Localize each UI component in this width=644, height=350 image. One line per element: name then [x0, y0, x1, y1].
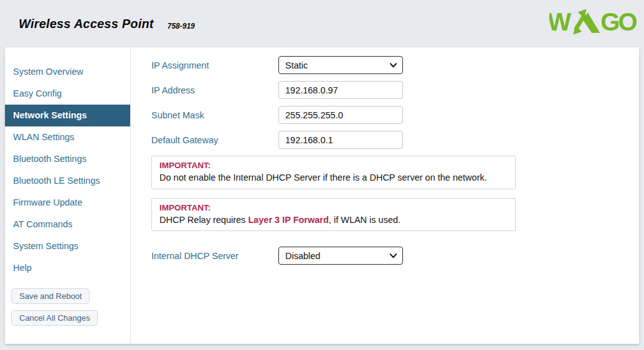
ip-assignment-value: Static	[285, 60, 308, 70]
subnet-mask-row: Subnet Mask	[151, 106, 639, 124]
page: Wireless Access Point 758-919 W GO Syste…	[0, 0, 644, 350]
wago-logo-icon: W GO	[549, 7, 637, 36]
svg-text:GO: GO	[600, 8, 637, 36]
internal-dhcp-server-value: Disabled	[285, 251, 320, 261]
model-number: 758-919	[168, 22, 195, 31]
notice-text-highlight: Layer 3 IP Forward	[248, 215, 328, 225]
ip-assignment-label: IP Assignment	[151, 60, 278, 70]
sidebar-item-wlan-settings[interactable]: WLAN Settings	[5, 126, 130, 148]
ip-address-input[interactable]	[278, 81, 403, 99]
sidebar-item-system-settings[interactable]: System Settings	[5, 235, 130, 257]
sidebar-buttons: Save and Reboot Cancel All Changes	[11, 288, 130, 326]
chevron-down-icon	[389, 61, 397, 69]
sidebar-item-at-commands[interactable]: AT Commands	[5, 214, 130, 235]
notice-title: IMPORTANT:	[159, 161, 508, 170]
svg-text:W: W	[549, 8, 571, 36]
sidebar: System Overview Easy Config Network Sett…	[5, 47, 131, 344]
ip-assignment-row: IP Assignment Static	[151, 56, 639, 74]
ip-assignment-select[interactable]: Static	[278, 56, 403, 74]
ip-address-row: IP Address	[151, 81, 639, 99]
chevron-down-icon	[389, 252, 397, 260]
sidebar-item-help[interactable]: Help	[5, 257, 130, 279]
sidebar-item-firmware-update[interactable]: Firmware Update	[5, 192, 130, 214]
default-gateway-input[interactable]	[278, 131, 403, 149]
sidebar-item-system-overview[interactable]: System Overview	[5, 61, 130, 83]
header: Wireless Access Point 758-919 W GO	[0, 0, 644, 47]
default-gateway-label: Default Gateway	[151, 135, 278, 145]
notice-text: Do not enable the Internal DHCP Server i…	[159, 172, 508, 184]
subnet-mask-input[interactable]	[278, 106, 403, 124]
notice-title: IMPORTANT:	[159, 203, 508, 212]
wago-logo: W GO	[549, 7, 637, 39]
dhcp-server-notice: IMPORTANT: Do not enable the Internal DH…	[151, 156, 516, 189]
dhcp-relay-notice: IMPORTANT: DHCP Relay requires Layer 3 I…	[151, 198, 516, 232]
ip-address-label: IP Address	[151, 85, 278, 95]
network-settings-panel: IP Assignment Static IP Address Subnet M…	[131, 47, 639, 344]
subnet-mask-label: Subnet Mask	[151, 110, 278, 120]
cancel-all-changes-button[interactable]: Cancel All Changes	[11, 310, 98, 326]
sidebar-item-easy-config[interactable]: Easy Config	[5, 83, 130, 105]
sidebar-item-bluetooth-le-settings[interactable]: Bluetooth LE Settings	[5, 170, 130, 192]
internal-dhcp-server-row: Internal DHCP Server Disabled	[151, 247, 639, 265]
notice-text: DHCP Relay requires Layer 3 IP Forward, …	[159, 214, 508, 227]
sidebar-item-bluetooth-settings[interactable]: Bluetooth Settings	[5, 148, 130, 170]
internal-dhcp-server-select[interactable]: Disabled	[278, 247, 403, 265]
default-gateway-row: Default Gateway	[151, 131, 639, 149]
notice-text-before: DHCP Relay requires	[159, 215, 248, 225]
sidebar-item-network-settings[interactable]: Network Settings	[5, 105, 130, 126]
save-and-reboot-button[interactable]: Save and Reboot	[11, 288, 90, 304]
content-card: System Overview Easy Config Network Sett…	[5, 47, 639, 344]
internal-dhcp-server-label: Internal DHCP Server	[151, 251, 278, 261]
page-title: Wireless Access Point	[19, 17, 154, 31]
notice-text-after: , if WLAN is used.	[329, 215, 400, 225]
